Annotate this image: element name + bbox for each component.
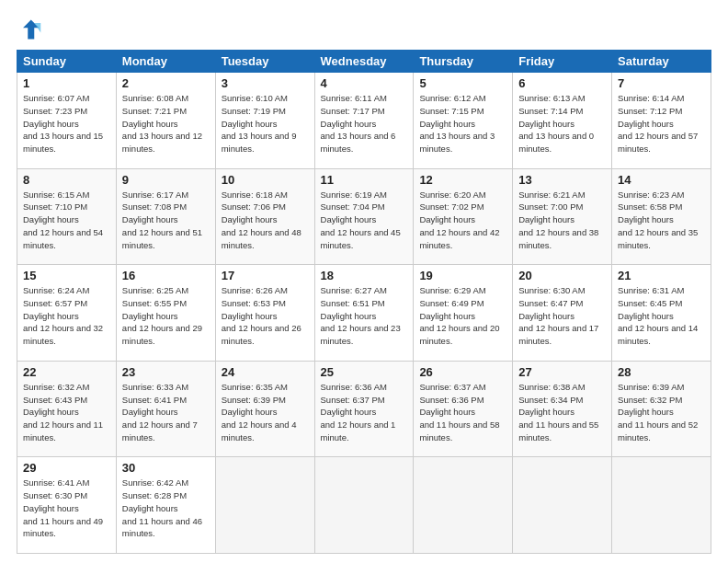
table-row: 11Sunrise: 6:19 AMSunset: 7:04 PMDayligh… <box>314 168 414 265</box>
table-row: 10Sunrise: 6:18 AMSunset: 7:06 PMDayligh… <box>215 168 314 265</box>
day-number: 3 <box>222 76 309 90</box>
header <box>17 17 711 42</box>
table-row: 23Sunrise: 6:33 AMSunset: 6:41 PMDayligh… <box>116 361 215 457</box>
day-number: 4 <box>321 76 408 90</box>
calendar-table: Sunday Monday Tuesday Wednesday Thursday… <box>17 50 711 554</box>
day-number: 5 <box>419 76 506 90</box>
col-thursday: Thursday <box>414 51 513 73</box>
table-row: 22Sunrise: 6:32 AMSunset: 6:43 PMDayligh… <box>17 361 117 457</box>
day-detail: Sunrise: 6:41 AMSunset: 6:30 PMDaylight … <box>23 477 110 540</box>
day-number: 8 <box>23 173 110 187</box>
day-number: 11 <box>321 173 408 187</box>
day-detail: Sunrise: 6:31 AMSunset: 6:45 PMDaylight … <box>618 284 705 348</box>
logo <box>17 17 46 42</box>
day-number: 10 <box>222 173 309 187</box>
day-number: 22 <box>23 365 110 379</box>
table-row: 12Sunrise: 6:20 AMSunset: 7:02 PMDayligh… <box>414 168 513 265</box>
day-detail: Sunrise: 6:24 AMSunset: 6:57 PMDaylight … <box>23 284 110 348</box>
day-number: 17 <box>222 269 309 282</box>
day-detail: Sunrise: 6:13 AMSunset: 7:14 PMDaylight … <box>518 92 606 155</box>
calendar-week-row: 8Sunrise: 6:15 AMSunset: 7:10 PMDaylight… <box>17 168 711 265</box>
table-row <box>612 457 711 554</box>
day-number: 26 <box>419 365 506 379</box>
day-detail: Sunrise: 6:42 AMSunset: 6:28 PMDaylight … <box>122 477 210 540</box>
day-detail: Sunrise: 6:08 AMSunset: 7:21 PMDaylight … <box>122 92 210 155</box>
table-row: 20Sunrise: 6:30 AMSunset: 6:47 PMDayligh… <box>513 265 612 362</box>
day-number: 30 <box>122 461 210 475</box>
weekday-header-row: Sunday Monday Tuesday Wednesday Thursday… <box>17 51 711 73</box>
table-row: 14Sunrise: 6:23 AMSunset: 6:58 PMDayligh… <box>612 168 711 265</box>
day-detail: Sunrise: 6:19 AMSunset: 7:04 PMDaylight … <box>321 189 408 252</box>
calendar-week-row: 29Sunrise: 6:41 AMSunset: 6:30 PMDayligh… <box>17 457 711 554</box>
col-wednesday: Wednesday <box>314 51 414 73</box>
day-number: 14 <box>618 173 705 187</box>
table-row: 19Sunrise: 6:29 AMSunset: 6:49 PMDayligh… <box>414 265 513 362</box>
calendar-week-row: 22Sunrise: 6:32 AMSunset: 6:43 PMDayligh… <box>17 361 711 457</box>
day-detail: Sunrise: 6:33 AMSunset: 6:41 PMDaylight … <box>122 381 210 444</box>
day-number: 20 <box>518 269 606 282</box>
day-number: 1 <box>23 76 110 90</box>
day-detail: Sunrise: 6:25 AMSunset: 6:55 PMDaylight … <box>122 284 210 348</box>
col-monday: Monday <box>116 51 215 73</box>
col-saturday: Saturday <box>612 51 711 73</box>
table-row <box>314 457 414 554</box>
table-row: 27Sunrise: 6:38 AMSunset: 6:34 PMDayligh… <box>513 361 612 457</box>
day-number: 16 <box>122 269 210 282</box>
table-row: 16Sunrise: 6:25 AMSunset: 6:55 PMDayligh… <box>116 265 215 362</box>
day-number: 21 <box>618 269 705 282</box>
day-detail: Sunrise: 6:26 AMSunset: 6:53 PMDaylight … <box>222 284 309 348</box>
table-row <box>215 457 314 554</box>
day-detail: Sunrise: 6:29 AMSunset: 6:49 PMDaylight … <box>419 284 506 348</box>
table-row: 28Sunrise: 6:39 AMSunset: 6:32 PMDayligh… <box>612 361 711 457</box>
day-detail: Sunrise: 6:37 AMSunset: 6:36 PMDaylight … <box>419 381 506 444</box>
table-row: 5Sunrise: 6:12 AMSunset: 7:15 PMDaylight… <box>414 73 513 169</box>
day-detail: Sunrise: 6:21 AMSunset: 7:00 PMDaylight … <box>518 189 606 252</box>
day-detail: Sunrise: 6:17 AMSunset: 7:08 PMDaylight … <box>122 189 210 252</box>
day-detail: Sunrise: 6:36 AMSunset: 6:37 PMDaylight … <box>321 381 408 444</box>
day-number: 25 <box>321 365 408 379</box>
table-row: 6Sunrise: 6:13 AMSunset: 7:14 PMDaylight… <box>513 73 612 169</box>
day-number: 19 <box>419 269 506 282</box>
col-sunday: Sunday <box>17 51 117 73</box>
day-detail: Sunrise: 6:15 AMSunset: 7:10 PMDaylight … <box>23 189 110 252</box>
table-row: 2Sunrise: 6:08 AMSunset: 7:21 PMDaylight… <box>116 73 215 169</box>
table-row: 1Sunrise: 6:07 AMSunset: 7:23 PMDaylight… <box>17 73 117 169</box>
calendar-week-row: 15Sunrise: 6:24 AMSunset: 6:57 PMDayligh… <box>17 265 711 362</box>
table-row: 7Sunrise: 6:14 AMSunset: 7:12 PMDaylight… <box>612 73 711 169</box>
table-row <box>414 457 513 554</box>
table-row <box>513 457 612 554</box>
day-detail: Sunrise: 6:30 AMSunset: 6:47 PMDaylight … <box>518 284 606 348</box>
table-row: 4Sunrise: 6:11 AMSunset: 7:17 PMDaylight… <box>314 73 414 169</box>
col-tuesday: Tuesday <box>215 51 314 73</box>
day-detail: Sunrise: 6:20 AMSunset: 7:02 PMDaylight … <box>419 189 506 252</box>
day-detail: Sunrise: 6:35 AMSunset: 6:39 PMDaylight … <box>222 381 309 444</box>
day-number: 18 <box>321 269 408 282</box>
table-row: 25Sunrise: 6:36 AMSunset: 6:37 PMDayligh… <box>314 361 414 457</box>
day-number: 24 <box>222 365 309 379</box>
table-row: 8Sunrise: 6:15 AMSunset: 7:10 PMDaylight… <box>17 168 117 265</box>
day-number: 15 <box>23 269 110 282</box>
table-row: 18Sunrise: 6:27 AMSunset: 6:51 PMDayligh… <box>314 265 414 362</box>
day-detail: Sunrise: 6:12 AMSunset: 7:15 PMDaylight … <box>419 92 506 155</box>
logo-icon <box>17 17 42 42</box>
day-detail: Sunrise: 6:32 AMSunset: 6:43 PMDaylight … <box>23 381 110 444</box>
day-number: 9 <box>122 173 210 187</box>
day-number: 29 <box>23 461 110 475</box>
col-friday: Friday <box>513 51 612 73</box>
day-detail: Sunrise: 6:39 AMSunset: 6:32 PMDaylight … <box>618 381 705 444</box>
day-number: 13 <box>518 173 606 187</box>
table-row: 9Sunrise: 6:17 AMSunset: 7:08 PMDaylight… <box>116 168 215 265</box>
table-row: 30Sunrise: 6:42 AMSunset: 6:28 PMDayligh… <box>116 457 215 554</box>
day-detail: Sunrise: 6:18 AMSunset: 7:06 PMDaylight … <box>222 189 309 252</box>
day-detail: Sunrise: 6:10 AMSunset: 7:19 PMDaylight … <box>222 92 309 155</box>
svg-marker-0 <box>23 20 40 40</box>
day-detail: Sunrise: 6:27 AMSunset: 6:51 PMDaylight … <box>321 284 408 348</box>
table-row: 15Sunrise: 6:24 AMSunset: 6:57 PMDayligh… <box>17 265 117 362</box>
table-row: 26Sunrise: 6:37 AMSunset: 6:36 PMDayligh… <box>414 361 513 457</box>
day-detail: Sunrise: 6:07 AMSunset: 7:23 PMDaylight … <box>23 92 110 155</box>
day-detail: Sunrise: 6:23 AMSunset: 6:58 PMDaylight … <box>618 189 705 252</box>
table-row: 21Sunrise: 6:31 AMSunset: 6:45 PMDayligh… <box>612 265 711 362</box>
table-row: 13Sunrise: 6:21 AMSunset: 7:00 PMDayligh… <box>513 168 612 265</box>
day-number: 6 <box>518 76 606 90</box>
day-detail: Sunrise: 6:11 AMSunset: 7:17 PMDaylight … <box>321 92 408 155</box>
